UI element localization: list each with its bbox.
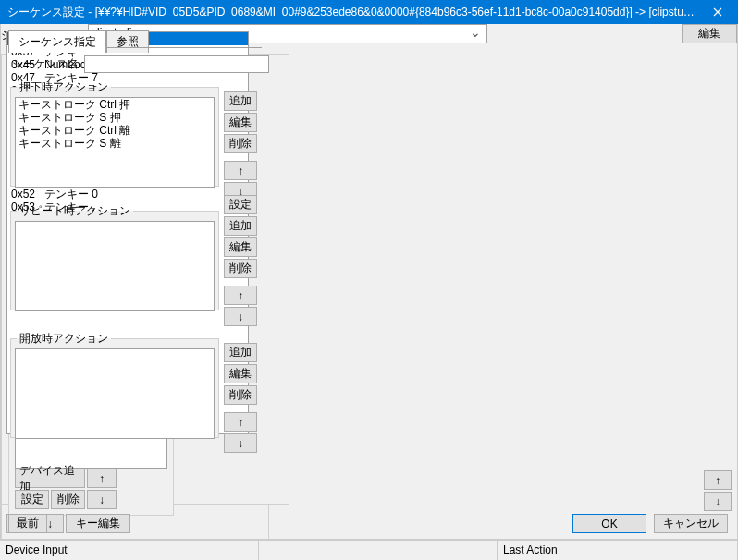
keylist-up-button-right[interactable]: ↑ bbox=[704, 470, 732, 490]
press-legend: 押下時アクション bbox=[17, 79, 111, 95]
press-delete-button[interactable]: 削除 bbox=[224, 134, 257, 153]
hid-down-button[interactable]: ↓ bbox=[87, 490, 117, 509]
front-button[interactable]: 最前 bbox=[8, 514, 47, 533]
repeat-action-list[interactable] bbox=[15, 221, 215, 311]
key-edit-button[interactable]: キー編集 bbox=[66, 514, 130, 533]
repeat-action-group: リピート時アクション 設定 追加 編集 削除 ↑ ↓ bbox=[10, 203, 219, 310]
sequence-name-label: シーケンス名 bbox=[12, 56, 79, 72]
press-action-group: 押下時アクション キーストローク Ctrl 押キーストローク S 押キーストロー… bbox=[10, 79, 219, 187]
keylist-down-button-right[interactable]: ↓ bbox=[704, 492, 732, 511]
press-edit-button[interactable]: 編集 bbox=[224, 113, 257, 132]
release-delete-button[interactable]: 削除 bbox=[224, 385, 257, 405]
status-bar: Device Input Last Action bbox=[0, 540, 738, 560]
release-action-group: 開放時アクション 追加 編集 削除 ↑ ↓ bbox=[10, 331, 219, 438]
release-up-button[interactable]: ↑ bbox=[224, 412, 257, 432]
press-add-button[interactable]: 追加 bbox=[224, 91, 257, 111]
status-device-input: Device Input bbox=[0, 541, 259, 560]
action-item[interactable]: キーストローク S 離 bbox=[16, 137, 214, 150]
release-edit-button[interactable]: 編集 bbox=[224, 364, 257, 383]
hid-add-button[interactable]: デバイス追加 bbox=[15, 469, 85, 488]
release-action-list[interactable] bbox=[15, 348, 215, 439]
action-item[interactable]: キーストローク Ctrl 離 bbox=[16, 124, 214, 137]
cancel-button[interactable]: キャンセル bbox=[654, 514, 728, 533]
key-row[interactable]: 0x52 テンキー 0 bbox=[7, 188, 248, 201]
hid-settings-button[interactable]: 設定 bbox=[15, 490, 49, 509]
client-area: 対象HIDデバイス ¥¥?¥HID#VID_05D5&PID_06 デバイス追加… bbox=[0, 24, 738, 540]
release-add-button[interactable]: 追加 bbox=[224, 343, 257, 362]
press-action-list[interactable]: キーストローク Ctrl 押キーストローク S 押キーストローク Ctrl 離キ… bbox=[15, 97, 215, 188]
action-item[interactable]: キーストローク Ctrl 押 bbox=[16, 98, 214, 111]
titlebar: シーケンス設定 - [¥¥?¥HID#VID_05D5&PID_0689&MI_… bbox=[0, 0, 738, 24]
sequence-set-edit-button[interactable]: 編集 bbox=[682, 24, 737, 43]
action-item[interactable]: キーストローク S 押 bbox=[16, 111, 214, 124]
release-down-button[interactable]: ↓ bbox=[224, 433, 257, 453]
ok-button[interactable]: OK bbox=[572, 514, 646, 533]
hid-up-button[interactable]: ↑ bbox=[87, 469, 117, 488]
repeat-add-button[interactable]: 追加 bbox=[224, 216, 257, 236]
repeat-up-button[interactable]: ↑ bbox=[224, 286, 257, 305]
repeat-down-button[interactable]: ↓ bbox=[224, 307, 257, 326]
repeat-delete-button[interactable]: 削除 bbox=[224, 259, 257, 278]
close-button[interactable] bbox=[696, 0, 738, 24]
repeat-edit-button[interactable]: 編集 bbox=[224, 237, 257, 257]
repeat-legend: リピート時アクション bbox=[17, 203, 133, 219]
status-mid bbox=[259, 541, 498, 560]
window-title: シーケンス設定 - [¥¥?¥HID#VID_05D5&PID_0689&MI_… bbox=[7, 5, 696, 20]
sequence-name-input[interactable] bbox=[84, 55, 269, 73]
release-legend: 開放時アクション bbox=[17, 331, 111, 347]
repeat-set-button[interactable]: 設定 bbox=[224, 195, 257, 214]
status-last-action: Last Action bbox=[498, 541, 738, 560]
press-up-button[interactable]: ↑ bbox=[224, 161, 257, 180]
tab-reference[interactable]: 参照 bbox=[106, 30, 149, 53]
hid-delete-button[interactable]: 削除 bbox=[51, 490, 85, 509]
tab-sequence-spec[interactable]: シーケンス指定 bbox=[8, 30, 106, 53]
